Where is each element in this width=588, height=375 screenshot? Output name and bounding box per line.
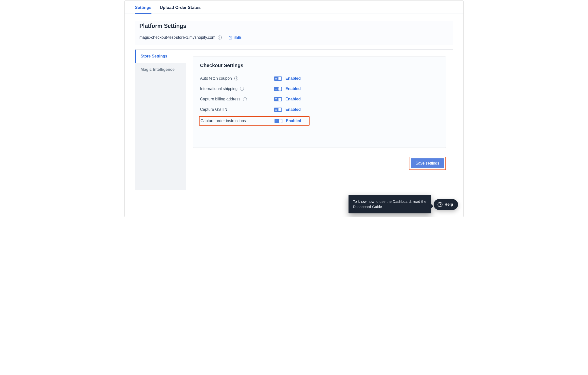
help-button[interactable]: ? Help	[434, 199, 458, 210]
setting-label: Capture GSTIN	[200, 107, 227, 112]
info-icon[interactable]: i	[218, 36, 222, 39]
edit-icon	[229, 36, 232, 39]
info-icon[interactable]: i	[234, 76, 238, 80]
help-label: Help	[444, 202, 453, 207]
checkout-settings-panel: Checkout Settings Auto fetch coupon i En…	[193, 56, 446, 148]
status-badge: Enabled	[286, 119, 301, 123]
edit-button[interactable]: Edit	[229, 36, 241, 40]
sidebar-item-magic-intelligence[interactable]: Magic Intelligence	[135, 63, 186, 76]
highlighted-setting: Capture order instructions Enabled	[199, 116, 310, 126]
toggle-capture-billing-address[interactable]	[274, 97, 282, 101]
status-badge: Enabled	[285, 87, 301, 91]
status-badge: Enabled	[285, 97, 301, 101]
edit-label: Edit	[234, 36, 241, 40]
status-badge: Enabled	[285, 76, 301, 81]
page-header: Platform Settings magic-checkout-test-st…	[135, 21, 453, 45]
setting-label: International shipping	[200, 87, 238, 91]
store-url: magic-checkout-test-store-1.myshopify.co…	[139, 35, 215, 40]
page-title: Platform Settings	[139, 21, 449, 29]
setting-capture-order-instructions: Capture order instructions Enabled	[200, 118, 309, 124]
info-icon[interactable]: i	[243, 97, 247, 101]
save-highlight: Save settings	[409, 157, 446, 170]
setting-capture-gstin: Capture GSTIN Enabled	[200, 104, 439, 115]
setting-capture-billing-address: Capture billing address i Enabled	[200, 94, 439, 104]
toggle-auto-fetch-coupon[interactable]	[274, 76, 282, 81]
divider	[200, 130, 439, 130]
setting-label: Capture order instructions	[201, 119, 246, 123]
store-row: magic-checkout-test-store-1.myshopify.co…	[139, 35, 449, 40]
tab-upload-order-status[interactable]: Upload Order Status	[160, 1, 201, 14]
toggle-capture-gstin[interactable]	[274, 108, 282, 112]
info-icon[interactable]: i	[240, 87, 244, 91]
setting-label: Auto fetch coupon	[200, 76, 232, 81]
help-icon: ?	[438, 202, 442, 207]
tab-bar: Settings Upload Order Status	[125, 1, 463, 14]
tab-settings[interactable]: Settings	[135, 1, 151, 14]
sidebar: Store Settings Magic Intelligence	[135, 50, 186, 190]
save-button[interactable]: Save settings	[411, 158, 444, 168]
toggle-capture-order-instructions[interactable]	[275, 119, 282, 123]
main: Store Settings Magic Intelligence Checko…	[135, 49, 453, 190]
setting-label: Capture billing address	[200, 97, 240, 101]
sidebar-item-store-settings[interactable]: Store Settings	[135, 50, 186, 63]
setting-auto-fetch-coupon: Auto fetch coupon i Enabled	[200, 73, 439, 84]
setting-international-shipping: International shipping i Enabled	[200, 84, 439, 94]
dashboard-guide-tooltip: To know how to use the Dashboard, read t…	[349, 195, 431, 214]
toggle-international-shipping[interactable]	[274, 87, 282, 91]
panel-title: Checkout Settings	[200, 63, 439, 68]
content: Checkout Settings Auto fetch coupon i En…	[186, 50, 453, 190]
status-badge: Enabled	[285, 107, 301, 112]
